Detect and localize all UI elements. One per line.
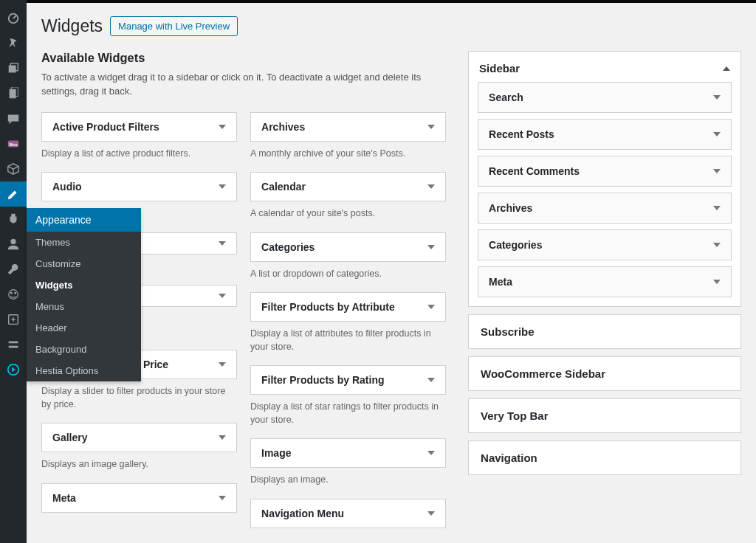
- appearance-flyout: Appearance Themes Customize Widgets Menu…: [27, 208, 141, 381]
- available-intro: To activate a widget drag it to a sideba…: [41, 71, 446, 99]
- settings-icon[interactable]: [0, 332, 27, 357]
- chevron-down-icon: [219, 241, 226, 246]
- chevron-down-icon: [713, 280, 721, 284]
- pages-icon[interactable]: [0, 81, 27, 106]
- woo-icon[interactable]: Woo: [0, 131, 27, 156]
- media-icon[interactable]: [0, 56, 27, 81]
- chevron-down-icon: [219, 294, 226, 298]
- widget-filter-by-rating[interactable]: Filter Products by Rating: [250, 365, 446, 395]
- flyout-hestia[interactable]: Hestia Options: [27, 360, 141, 381]
- chevron-down-icon: [219, 362, 226, 367]
- chevron-down-icon: [427, 511, 435, 516]
- widget-desc: Display a list of attributes to filter p…: [250, 328, 446, 353]
- page-title: Widgets: [41, 16, 103, 36]
- widget-desc: Displays an image gallery.: [41, 458, 237, 471]
- flyout-widgets[interactable]: Widgets: [27, 274, 141, 296]
- chevron-down-icon: [427, 125, 435, 129]
- chevron-down-icon: [713, 169, 721, 173]
- chevron-down-icon: [427, 245, 435, 249]
- svg-point-7: [10, 239, 16, 244]
- svg-rect-1: [9, 66, 16, 73]
- widget-archives[interactable]: Archives: [250, 112, 446, 142]
- flyout-header[interactable]: Header: [27, 317, 141, 339]
- flyout-customize[interactable]: Customize: [27, 253, 141, 274]
- widget-categories[interactable]: Categories: [250, 232, 446, 262]
- sidebar-item-recent-comments[interactable]: Recent Comments: [478, 156, 732, 187]
- sidebar-item-meta[interactable]: Meta: [478, 266, 732, 297]
- area-very-top-bar[interactable]: Very Top Bar: [468, 398, 741, 433]
- area-subscribe[interactable]: Subscribe: [468, 314, 741, 349]
- widget-image[interactable]: Image: [250, 438, 446, 468]
- widget-areas-column: Sidebar Search Recent Posts Recent Comme…: [468, 51, 741, 483]
- area-navigation[interactable]: Navigation: [468, 440, 741, 475]
- chevron-down-icon: [427, 378, 435, 382]
- svg-rect-3: [10, 89, 16, 99]
- sidebar-item-categories[interactable]: Categories: [478, 229, 732, 260]
- appearance-icon[interactable]: [0, 181, 27, 207]
- dashboard-icon[interactable]: [0, 6, 27, 31]
- chevron-down-icon: [427, 451, 435, 455]
- rankmath-icon[interactable]: [0, 282, 27, 307]
- widget-calendar[interactable]: Calendar: [250, 172, 446, 201]
- widget-desc: A monthly archive of your site's Posts.: [250, 148, 446, 161]
- chevron-down-icon: [713, 206, 721, 210]
- svg-text:Woo: Woo: [9, 142, 18, 147]
- area-woocommerce-sidebar[interactable]: WooCommerce Sidebar: [468, 356, 741, 391]
- collapse-icon[interactable]: [0, 357, 27, 382]
- flyout-themes[interactable]: Themes: [27, 232, 141, 253]
- users-icon[interactable]: [0, 232, 27, 257]
- chevron-up-icon: [723, 66, 730, 71]
- widgets-right-column: Archives A monthly archive of your site'…: [250, 112, 446, 534]
- sidebar-item-search[interactable]: Search: [478, 82, 732, 113]
- manage-live-preview-button[interactable]: Manage with Live Preview: [110, 16, 238, 36]
- sidebar-item-archives[interactable]: Archives: [478, 193, 732, 224]
- flyout-heading[interactable]: Appearance: [27, 208, 141, 232]
- chevron-down-icon: [219, 125, 226, 129]
- widget-desc: Displays an image.: [250, 474, 446, 487]
- tools-icon[interactable]: [0, 257, 27, 282]
- sidebar-widget-area: Sidebar Search Recent Posts Recent Comme…: [468, 51, 741, 307]
- widget-audio[interactable]: Audio: [41, 172, 237, 201]
- flyout-background[interactable]: Background: [27, 339, 141, 360]
- plugins-icon[interactable]: [0, 207, 27, 232]
- svg-point-10: [15, 292, 16, 294]
- widget-gallery[interactable]: Gallery: [41, 423, 237, 452]
- widget-meta[interactable]: Meta: [41, 483, 237, 513]
- chevron-down-icon: [713, 132, 721, 136]
- chevron-down-icon: [219, 435, 226, 440]
- chevron-down-icon: [713, 243, 721, 247]
- widget-desc: A list or dropdown of categories.: [250, 268, 446, 281]
- available-heading: Available Widgets: [41, 51, 446, 65]
- widget-desc: Display a list of active product filters…: [41, 148, 237, 161]
- box-icon[interactable]: [0, 156, 27, 181]
- widget-active-product-filters[interactable]: Active Product Filters: [41, 112, 237, 142]
- widget-filter-by-attribute[interactable]: Filter Products by Attribute: [250, 292, 446, 322]
- widget-desc: A calendar of your site's posts.: [250, 207, 446, 221]
- pin-icon[interactable]: [0, 31, 27, 56]
- chevron-down-icon: [713, 95, 721, 100]
- sidebar-item-recent-posts[interactable]: Recent Posts: [478, 119, 732, 150]
- chevron-down-icon: [219, 184, 226, 189]
- admin-sidebar: Woo: [0, 0, 27, 543]
- comments-icon[interactable]: [0, 106, 27, 131]
- flyout-menus[interactable]: Menus: [27, 296, 141, 317]
- chevron-down-icon: [427, 184, 435, 189]
- widget-navigation-menu[interactable]: Navigation Menu: [250, 499, 446, 528]
- chevron-down-icon: [219, 496, 226, 500]
- widget-desc: Display a slider to filter products in y…: [41, 385, 237, 411]
- chevron-down-icon: [427, 305, 435, 309]
- sidebar-area-header[interactable]: Sidebar: [478, 59, 732, 82]
- box2-icon[interactable]: [0, 307, 27, 332]
- widget-desc: Display a list of star ratings to filter…: [250, 401, 446, 426]
- svg-point-9: [10, 292, 12, 294]
